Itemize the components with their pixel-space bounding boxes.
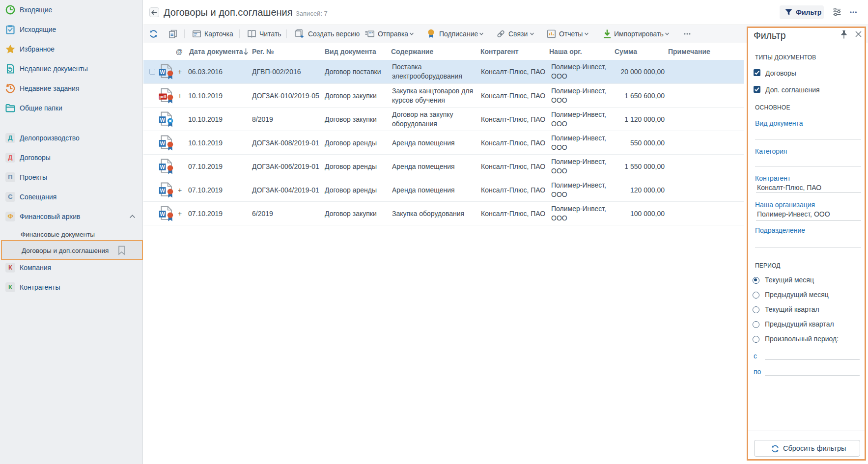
svg-text:W: W <box>160 164 166 170</box>
svg-text:W: W <box>160 117 166 123</box>
svg-text:W: W <box>160 69 166 75</box>
svg-text:W: W <box>160 140 166 146</box>
svg-text:W: W <box>160 188 166 193</box>
svg-text:pdf: pdf <box>160 94 167 99</box>
svg-text:W: W <box>160 211 166 217</box>
